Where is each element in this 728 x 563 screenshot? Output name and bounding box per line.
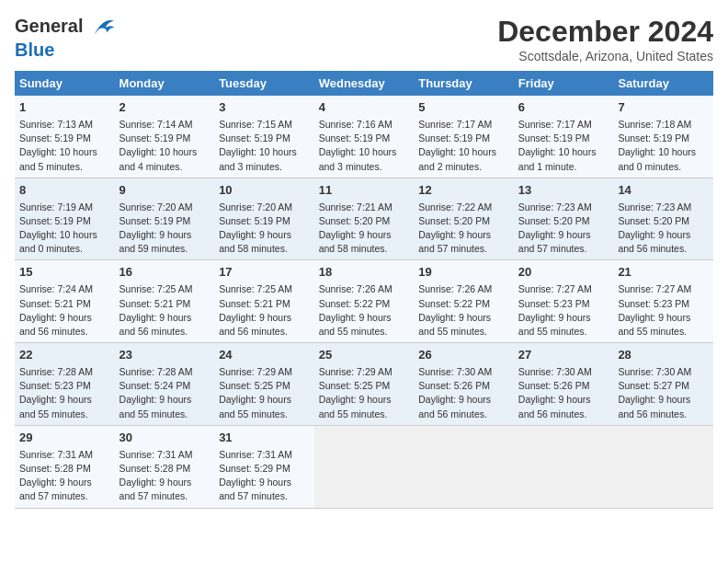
daylight-text: Daylight: 10 hours and 4 minutes.: [119, 146, 198, 171]
title-block: December 2024 Scottsdale, Arizona, Unite…: [497, 15, 713, 63]
col-sunday: Sunday: [15, 71, 115, 96]
table-row: 21Sunrise: 7:27 AMSunset: 5:23 PMDayligh…: [613, 260, 713, 343]
calendar-week-row: 22Sunrise: 7:28 AMSunset: 5:23 PMDayligh…: [15, 343, 713, 426]
sunset-text: Sunset: 5:23 PM: [19, 380, 91, 391]
table-row: 10Sunrise: 7:20 AMSunset: 5:19 PMDayligh…: [214, 178, 314, 260]
col-friday: Friday: [514, 71, 614, 96]
sunrise-text: Sunrise: 7:19 AM: [19, 201, 93, 213]
day-number: 5: [418, 99, 509, 117]
sunrise-text: Sunrise: 7:30 AM: [418, 366, 492, 377]
day-number: 28: [618, 347, 709, 364]
sunrise-text: Sunrise: 7:15 AM: [219, 119, 292, 130]
sunrise-text: Sunrise: 7:30 AM: [518, 366, 592, 377]
day-number: 13: [518, 182, 609, 200]
daylight-text: Daylight: 9 hours and 55 minutes.: [618, 312, 690, 337]
daylight-text: Daylight: 9 hours and 58 minutes.: [319, 229, 392, 254]
sunset-text: Sunset: 5:23 PM: [518, 298, 590, 309]
col-wednesday: Wednesday: [314, 71, 415, 96]
table-row: 16Sunrise: 7:25 AMSunset: 5:21 PMDayligh…: [115, 260, 215, 343]
sunrise-text: Sunrise: 7:18 AM: [618, 119, 691, 130]
daylight-text: Daylight: 9 hours and 56 minutes.: [518, 394, 591, 419]
daylight-text: Daylight: 9 hours and 56 minutes.: [219, 312, 291, 337]
calendar-header-row: Sunday Monday Tuesday Wednesday Thursday…: [15, 71, 713, 96]
sunset-text: Sunset: 5:21 PM: [19, 298, 91, 309]
day-number: 4: [319, 99, 410, 117]
day-number: 18: [319, 264, 410, 282]
table-row: [314, 425, 415, 508]
sunset-text: Sunset: 5:23 PM: [618, 298, 689, 309]
day-number: 11: [319, 182, 410, 200]
calendar-table: Sunday Monday Tuesday Wednesday Thursday…: [15, 71, 713, 509]
day-number: 9: [119, 182, 210, 200]
table-row: 22Sunrise: 7:28 AMSunset: 5:23 PMDayligh…: [15, 343, 115, 426]
table-row: 8Sunrise: 7:19 AMSunset: 5:19 PMDaylight…: [15, 178, 115, 260]
day-number: 15: [19, 264, 110, 282]
col-thursday: Thursday: [414, 71, 514, 96]
page-header: General Blue December 2024 Scottsdale, A…: [15, 15, 713, 63]
sunset-text: Sunset: 5:19 PM: [518, 132, 590, 144]
logo-general: General: [15, 16, 83, 36]
daylight-text: Daylight: 9 hours and 57 minutes.: [119, 477, 192, 501]
month-title: December 2024: [497, 15, 713, 49]
sunrise-text: Sunrise: 7:17 AM: [418, 119, 492, 130]
day-number: 26: [418, 347, 509, 364]
table-row: 25Sunrise: 7:29 AMSunset: 5:25 PMDayligh…: [314, 343, 415, 426]
sunset-text: Sunset: 5:19 PM: [219, 215, 290, 226]
day-number: 10: [219, 182, 310, 200]
sunset-text: Sunset: 5:27 PM: [618, 380, 689, 391]
sunset-text: Sunset: 5:24 PM: [119, 380, 191, 391]
daylight-text: Daylight: 9 hours and 57 minutes.: [418, 229, 491, 254]
sunset-text: Sunset: 5:19 PM: [319, 132, 391, 144]
day-number: 2: [119, 99, 210, 117]
daylight-text: Daylight: 10 hours and 0 minutes.: [19, 229, 97, 254]
day-number: 16: [119, 264, 210, 282]
table-row: 26Sunrise: 7:30 AMSunset: 5:26 PMDayligh…: [414, 343, 514, 426]
day-number: 3: [219, 99, 310, 117]
sunset-text: Sunset: 5:25 PM: [219, 380, 290, 391]
daylight-text: Daylight: 9 hours and 56 minutes.: [418, 394, 491, 419]
sunset-text: Sunset: 5:19 PM: [19, 215, 91, 226]
sunrise-text: Sunrise: 7:23 AM: [518, 201, 592, 213]
table-row: 18Sunrise: 7:26 AMSunset: 5:22 PMDayligh…: [314, 260, 415, 343]
table-row: 7Sunrise: 7:18 AMSunset: 5:19 PMDaylight…: [613, 96, 713, 178]
table-row: 14Sunrise: 7:23 AMSunset: 5:20 PMDayligh…: [613, 178, 713, 260]
sunrise-text: Sunrise: 7:28 AM: [119, 366, 193, 377]
table-row: 1Sunrise: 7:13 AMSunset: 5:19 PMDaylight…: [15, 96, 115, 178]
daylight-text: Daylight: 10 hours and 3 minutes.: [219, 146, 297, 171]
sunrise-text: Sunrise: 7:20 AM: [119, 201, 193, 213]
sunrise-text: Sunrise: 7:25 AM: [119, 283, 193, 294]
table-row: 4Sunrise: 7:16 AMSunset: 5:19 PMDaylight…: [314, 96, 415, 178]
sunrise-text: Sunrise: 7:25 AM: [219, 283, 292, 294]
table-row: 12Sunrise: 7:22 AMSunset: 5:20 PMDayligh…: [414, 178, 514, 260]
table-row: 13Sunrise: 7:23 AMSunset: 5:20 PMDayligh…: [514, 178, 614, 260]
sunset-text: Sunset: 5:28 PM: [19, 463, 91, 474]
day-number: 31: [219, 430, 310, 447]
sunrise-text: Sunrise: 7:30 AM: [618, 366, 691, 377]
daylight-text: Daylight: 9 hours and 55 minutes.: [119, 394, 192, 419]
sunset-text: Sunset: 5:19 PM: [19, 132, 91, 144]
logo-bird-icon: [90, 15, 116, 40]
col-monday: Monday: [115, 71, 215, 96]
daylight-text: Daylight: 9 hours and 57 minutes.: [518, 229, 591, 254]
sunset-text: Sunset: 5:26 PM: [518, 380, 590, 391]
daylight-text: Daylight: 10 hours and 5 minutes.: [19, 146, 97, 171]
daylight-text: Daylight: 10 hours and 1 minute.: [518, 146, 597, 171]
sunrise-text: Sunrise: 7:28 AM: [19, 366, 93, 377]
day-number: 12: [418, 182, 509, 200]
calendar-week-row: 8Sunrise: 7:19 AMSunset: 5:19 PMDaylight…: [15, 178, 713, 260]
logo-blue: Blue: [15, 40, 116, 59]
table-row: 31Sunrise: 7:31 AMSunset: 5:29 PMDayligh…: [214, 425, 314, 508]
sunrise-text: Sunrise: 7:21 AM: [319, 201, 392, 213]
table-row: 24Sunrise: 7:29 AMSunset: 5:25 PMDayligh…: [214, 343, 314, 426]
sunrise-text: Sunrise: 7:31 AM: [119, 449, 193, 460]
sunset-text: Sunset: 5:19 PM: [219, 132, 290, 144]
day-number: 14: [618, 182, 709, 200]
daylight-text: Daylight: 9 hours and 55 minutes.: [319, 394, 392, 419]
sunrise-text: Sunrise: 7:14 AM: [119, 119, 193, 130]
day-number: 29: [19, 430, 110, 447]
sunrise-text: Sunrise: 7:23 AM: [618, 201, 691, 213]
sunrise-text: Sunrise: 7:26 AM: [319, 283, 392, 294]
daylight-text: Daylight: 10 hours and 0 minutes.: [618, 146, 696, 171]
day-number: 24: [219, 347, 310, 364]
table-row: 29Sunrise: 7:31 AMSunset: 5:28 PMDayligh…: [15, 425, 115, 508]
